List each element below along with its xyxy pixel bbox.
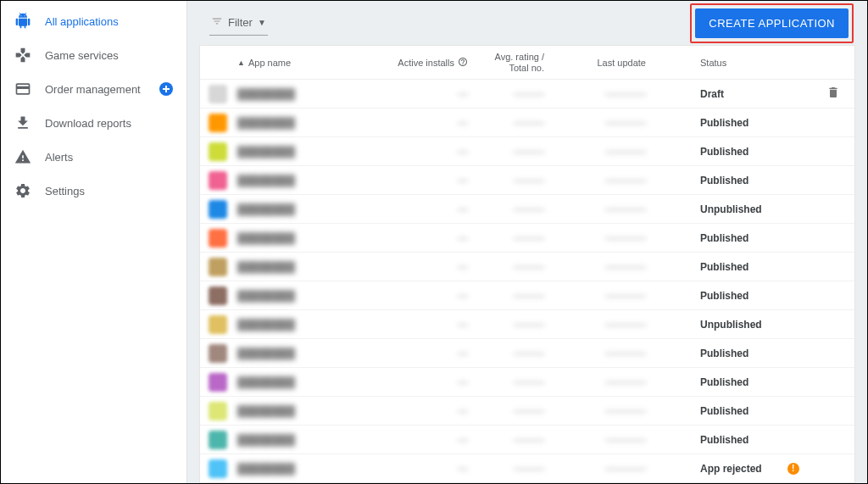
table-header: ▲ App name Active installs Avg. rating /… (200, 46, 854, 80)
table-body: ████████————————Draft████████————————Pub… (200, 80, 854, 482)
last-update-cell: ———— (548, 290, 649, 302)
table-row[interactable]: ████████————————Published (200, 166, 854, 195)
avg-rating-cell: ——— (471, 146, 548, 158)
sidebar-item-label: Order management (45, 83, 141, 96)
active-installs-cell: — (387, 290, 471, 302)
last-update-cell: ———— (548, 175, 649, 186)
app-name-cell: ████████ (234, 88, 387, 100)
help-icon (458, 57, 468, 69)
column-app-name[interactable]: ▲ App name (234, 58, 387, 68)
warning-icon (787, 463, 799, 475)
active-installs-cell: — (387, 319, 471, 331)
app-icon (209, 402, 227, 420)
app-icon (209, 344, 227, 363)
status-cell: Published (649, 261, 812, 273)
main-area: Filter ▼ CREATE APPLICATION ▲ App name A… (187, 1, 867, 483)
table-row[interactable]: ████████————————Published (200, 281, 854, 310)
sidebar-item-game-services[interactable]: Game services (1, 38, 186, 72)
table-row[interactable]: ████████————————Unpublished (200, 310, 854, 339)
table-row[interactable]: ████████————————Published (200, 368, 854, 397)
status-cell: Published (649, 175, 812, 186)
avg-rating-cell: ——— (471, 405, 548, 417)
active-installs-cell: — (387, 175, 471, 186)
create-application-button[interactable]: CREATE APPLICATION (695, 8, 849, 38)
last-update-cell: ———— (548, 117, 649, 129)
table-row[interactable]: ████████————————Published (200, 397, 854, 426)
last-update-cell: ———— (548, 146, 649, 158)
app-icon (209, 229, 227, 248)
sidebar-item-label: Settings (45, 185, 85, 197)
sidebar-item-label: Download reports (45, 117, 131, 130)
table-row[interactable]: ████████————————Draft (200, 80, 854, 108)
column-avg-rating[interactable]: Avg. rating / Total no. (471, 52, 548, 72)
status-cell: Published (649, 405, 812, 417)
filter-dropdown[interactable]: Filter ▼ (209, 10, 268, 36)
app-icon (209, 258, 227, 276)
column-status[interactable]: Status (649, 58, 812, 68)
app-icon (209, 114, 227, 132)
app-name-cell: ████████ (234, 203, 387, 215)
last-update-cell: ———— (548, 319, 649, 331)
active-installs-cell: — (387, 376, 471, 388)
status-cell: App rejected (649, 463, 812, 475)
avg-rating-cell: ——— (471, 261, 548, 273)
column-active-installs[interactable]: Active installs (387, 57, 471, 69)
table-row[interactable]: ████████————————Unpublished (200, 195, 854, 224)
app-name-cell: ████████ (234, 463, 387, 475)
table-row[interactable]: ████████————————Published (200, 108, 854, 137)
column-last-update[interactable]: Last update (548, 58, 649, 68)
active-installs-cell: — (387, 463, 471, 475)
status-cell: Published (649, 348, 812, 359)
last-update-cell: ———— (548, 376, 649, 388)
sidebar-item-download-reports[interactable]: Download reports (1, 106, 186, 140)
filter-label: Filter (228, 16, 253, 29)
avg-rating-cell: ——— (471, 232, 548, 244)
delete-icon[interactable] (826, 86, 840, 102)
sidebar-item-label: Game services (45, 49, 119, 62)
avg-rating-cell: ——— (471, 117, 548, 129)
new-badge-icon (159, 82, 173, 96)
app-icon (209, 85, 227, 103)
table-row[interactable]: ████████————————Published (200, 339, 854, 368)
app-name-cell: ████████ (234, 261, 387, 273)
app-icon (209, 431, 227, 449)
sort-ascending-icon: ▲ (237, 58, 245, 67)
android-icon (14, 13, 31, 30)
app-name-cell: ████████ (234, 434, 387, 446)
table-row[interactable]: ████████————————Published (200, 224, 854, 253)
filter-icon (211, 15, 223, 30)
last-update-cell: ———— (548, 261, 649, 273)
sidebar-item-all-applications[interactable]: All applications (1, 4, 186, 38)
status-cell: Published (649, 117, 812, 129)
app-icon (209, 200, 227, 219)
sidebar-item-settings[interactable]: Settings (1, 174, 186, 208)
avg-rating-cell: ——— (471, 175, 548, 186)
topbar: Filter ▼ CREATE APPLICATION (187, 1, 867, 45)
app-name-cell: ████████ (234, 376, 387, 388)
table-row[interactable]: ████████————————Published (200, 137, 854, 166)
last-update-cell: ———— (548, 405, 649, 417)
status-cell: Published (649, 232, 812, 244)
table-row[interactable]: ████████————————App rejected (200, 454, 854, 482)
avg-rating-cell: ——— (471, 463, 548, 475)
app-icon (209, 287, 227, 305)
sidebar-item-label: Alerts (45, 151, 73, 164)
download-icon (14, 114, 31, 131)
avg-rating-cell: ——— (471, 88, 548, 100)
status-cell: Published (649, 434, 812, 446)
table-row[interactable]: ████████————————Published (200, 253, 854, 281)
avg-rating-cell: ——— (471, 434, 548, 446)
app-name-cell: ████████ (234, 146, 387, 158)
sidebar-item-label: All applications (45, 15, 119, 28)
avg-rating-cell: ——— (471, 290, 548, 302)
status-cell: Published (649, 376, 812, 388)
app-icon (209, 171, 227, 190)
active-installs-cell: — (387, 405, 471, 417)
app-name-cell: ████████ (234, 175, 387, 186)
table-row[interactable]: ████████————————Published (200, 426, 854, 454)
sidebar-item-order-management[interactable]: Order management (1, 72, 186, 106)
active-installs-cell: — (387, 232, 471, 244)
status-cell: Published (649, 290, 812, 302)
active-installs-cell: — (387, 348, 471, 359)
sidebar-item-alerts[interactable]: Alerts (1, 140, 186, 174)
